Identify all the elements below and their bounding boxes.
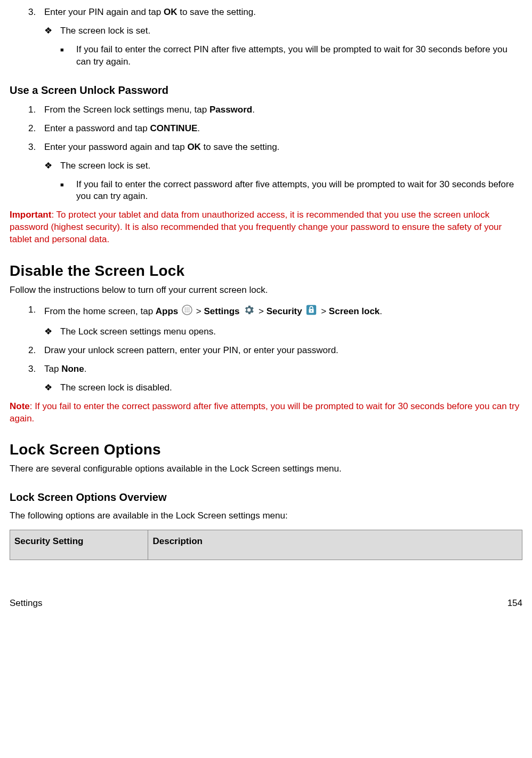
heading-lock-options: Lock Screen Options	[10, 440, 522, 460]
svg-point-1	[185, 307, 186, 308]
step-text: Enter your PIN again and tap OK to save …	[44, 6, 256, 19]
pwd-fail-note: ■ If you fail to enter the correct passw…	[60, 179, 522, 203]
result-text: The screen lock is set.	[60, 25, 150, 37]
footer-page-number: 154	[507, 597, 522, 610]
svg-point-4	[185, 309, 186, 310]
page-footer: Settings 154	[10, 597, 522, 620]
result-text: The screen lock is set.	[60, 160, 150, 172]
step-text: Enter your password again and tap OK to …	[44, 141, 279, 154]
pwd-step-3: 3. Enter your password again and tap OK …	[28, 141, 522, 154]
list-number: 2.	[28, 123, 44, 135]
heading-disable-lock: Disable the Screen Lock	[10, 261, 522, 281]
result-text: The Lock screen settings menu opens.	[60, 326, 216, 338]
list-number: 3.	[28, 141, 44, 154]
disable-result-3: ❖ The screen lock is disabled.	[44, 382, 522, 394]
disable-step-1: 1. From the home screen, tap Apps > Sett…	[28, 304, 522, 320]
col-security-setting: Security Setting	[10, 530, 148, 560]
options-lead: The following options are available in t…	[10, 510, 522, 522]
apps-icon	[182, 305, 192, 319]
list-number: 3.	[28, 363, 44, 376]
heading-use-password: Use a Screen Unlock Password	[10, 83, 522, 98]
step-text: Tap None.	[44, 363, 86, 376]
step-text: Enter a password and tap CONTINUE.	[44, 123, 200, 135]
settings-icon	[243, 304, 255, 320]
list-number: 3.	[28, 6, 44, 19]
step-text: From the home screen, tap Apps > Setting…	[44, 304, 382, 320]
diamond-bullet-icon: ❖	[44, 326, 60, 338]
pin-fail-note: ■ If you fail to enter the correct PIN a…	[60, 44, 522, 68]
pin-step-3: 3. Enter your PIN again and tap OK to sa…	[28, 6, 522, 19]
list-number: 2.	[28, 345, 44, 357]
fail-text: If you fail to enter the correct passwor…	[76, 179, 522, 203]
pin-result: ❖ The screen lock is set.	[44, 25, 522, 37]
disable-result-1: ❖ The Lock screen settings menu opens.	[44, 326, 522, 338]
note-block: Note: If you fail to enter the correct p…	[10, 401, 522, 425]
svg-point-12	[311, 310, 312, 312]
svg-point-7	[185, 311, 186, 312]
disable-step-3: 3. Tap None.	[28, 363, 522, 376]
svg-point-9	[189, 311, 190, 312]
result-text: The screen lock is disabled.	[60, 382, 172, 394]
options-table: Security Setting Description	[10, 530, 522, 560]
square-bullet-icon: ■	[60, 179, 76, 203]
svg-point-6	[189, 309, 190, 310]
fail-text: If you fail to enter the correct PIN aft…	[76, 44, 522, 68]
disable-intro: Follow the instructions below to turn of…	[10, 284, 522, 297]
svg-point-3	[189, 307, 190, 308]
diamond-bullet-icon: ❖	[44, 25, 60, 37]
svg-point-5	[187, 309, 188, 310]
svg-point-2	[187, 307, 188, 308]
list-number: 1.	[28, 104, 44, 116]
security-icon	[305, 304, 317, 320]
svg-point-8	[187, 311, 188, 312]
col-description: Description	[148, 530, 522, 560]
important-note: Important: To protect your tablet and da…	[10, 209, 522, 246]
heading-options-overview: Lock Screen Options Overview	[10, 490, 522, 505]
pwd-step-2: 2. Enter a password and tap CONTINUE.	[28, 123, 522, 135]
square-bullet-icon: ■	[60, 44, 76, 68]
footer-section-title: Settings	[10, 597, 42, 610]
disable-step-2: 2. Draw your unlock screen pattern, ente…	[28, 345, 522, 357]
step-text: Draw your unlock screen pattern, enter y…	[44, 345, 338, 357]
diamond-bullet-icon: ❖	[44, 160, 60, 172]
diamond-bullet-icon: ❖	[44, 382, 60, 394]
pwd-step-1: 1. From the Screen lock settings menu, t…	[28, 104, 522, 116]
step-text: From the Screen lock settings menu, tap …	[44, 104, 255, 116]
pwd-result: ❖ The screen lock is set.	[44, 160, 522, 172]
list-number: 1.	[28, 304, 44, 320]
table-header-row: Security Setting Description	[10, 530, 522, 560]
options-intro: There are several configurable options a…	[10, 463, 522, 475]
